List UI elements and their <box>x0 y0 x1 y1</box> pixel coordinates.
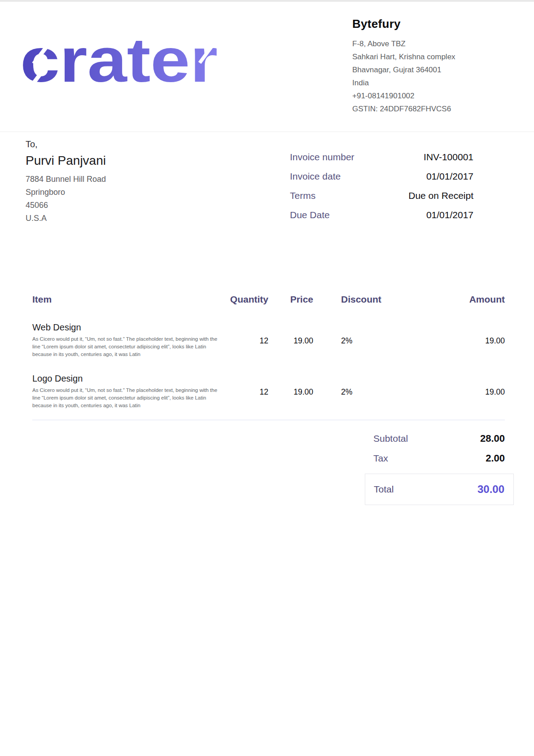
due-date-value: 01/01/2017 <box>426 210 473 220</box>
column-header-quantity: Quantity <box>229 294 268 305</box>
crater-logo-icon: crater <box>20 28 222 88</box>
customer-address: 7884 Bunnel Hill Road Springboro 45066 U… <box>26 173 106 225</box>
table-row: Logo Design As Cicero would put it, “Um,… <box>32 374 505 409</box>
customer-address-line: 45066 <box>26 199 106 212</box>
column-header-amount: Amount <box>385 294 505 305</box>
svg-text:crater: crater <box>20 28 218 88</box>
tax-value: 2.00 <box>486 453 505 464</box>
due-date-row: Due Date 01/01/2017 <box>290 205 473 224</box>
tax-label: Tax <box>373 453 388 464</box>
company-gstin: GSTIN: 24DDF7682FHVCS6 <box>352 102 523 115</box>
top-edge-strip <box>0 0 534 2</box>
table-bottom-divider <box>32 420 505 420</box>
customer-address-line: 7884 Bunnel Hill Road <box>26 173 106 186</box>
invoice-number-row: Invoice number INV-100001 <box>290 147 473 167</box>
items-table-header: Item Quantity Price Discount Amount <box>32 294 505 305</box>
company-phone: +91-08141901002 <box>352 89 523 102</box>
column-header-price: Price <box>268 294 313 305</box>
item-discount: 2% <box>313 322 385 358</box>
item-name: Logo Design <box>32 374 229 384</box>
item-discount: 2% <box>313 374 385 409</box>
company-address-line: F-8, Above TBZ <box>352 37 523 50</box>
item-cell: Logo Design As Cicero would put it, “Um,… <box>32 374 229 409</box>
subtotal-label: Subtotal <box>373 433 408 444</box>
tax-row: Tax 2.00 <box>365 448 514 468</box>
customer-address-line: U.S.A <box>26 212 106 225</box>
company-address-line: India <box>352 76 523 89</box>
total-label: Total <box>374 484 394 495</box>
bill-to-block: To, Purvi Panjvani 7884 Bunnel Hill Road… <box>26 139 106 225</box>
company-info: Bytefury F-8, Above TBZ Sahkari Hart, Kr… <box>352 17 523 115</box>
totals-block: Subtotal 28.00 Tax 2.00 Total 30.00 <box>365 429 514 505</box>
company-name: Bytefury <box>352 17 523 31</box>
invoice-document: crater Bytefury F-8, Above TBZ Sahkari H… <box>0 0 534 756</box>
total-value: 30.00 <box>477 483 504 496</box>
terms-row: Terms Due on Receipt <box>290 186 473 205</box>
item-price: 19.00 <box>268 374 313 409</box>
invoice-date-value: 01/01/2017 <box>426 171 473 182</box>
bill-to-label: To, <box>26 139 106 149</box>
due-date-label: Due Date <box>290 210 330 220</box>
invoice-date-label: Invoice date <box>290 171 341 182</box>
item-amount: 19.00 <box>385 374 505 409</box>
item-name: Web Design <box>32 322 229 333</box>
column-header-discount: Discount <box>313 294 385 305</box>
customer-address-line: Springboro <box>26 186 106 199</box>
item-description: As Cicero would put it, “Um, not so fast… <box>32 387 226 409</box>
column-header-item: Item <box>32 294 229 305</box>
terms-label: Terms <box>290 190 315 201</box>
company-address-line: Bhavnagar, Gujrat 364001 <box>352 63 523 76</box>
invoice-number-label: Invoice number <box>290 152 355 163</box>
item-quantity: 12 <box>229 374 268 409</box>
items-table: Item Quantity Price Discount Amount Web … <box>32 294 505 420</box>
invoice-meta: Invoice number INV-100001 Invoice date 0… <box>290 147 473 224</box>
invoice-number-value: INV-100001 <box>424 152 473 163</box>
table-row: Web Design As Cicero would put it, “Um, … <box>32 322 505 358</box>
item-quantity: 12 <box>229 322 268 358</box>
item-price: 19.00 <box>268 322 313 358</box>
customer-name: Purvi Panjvani <box>26 154 106 168</box>
item-amount: 19.00 <box>385 322 505 358</box>
terms-value: Due on Receipt <box>408 190 473 201</box>
company-address-line: Sahkari Hart, Krishna complex <box>352 50 523 63</box>
item-cell: Web Design As Cicero would put it, “Um, … <box>32 322 229 358</box>
total-box: Total 30.00 <box>365 474 514 505</box>
subtotal-value: 28.00 <box>480 433 505 444</box>
invoice-date-row: Invoice date 01/01/2017 <box>290 167 473 186</box>
crater-logo: crater <box>20 28 222 88</box>
item-description: As Cicero would put it, “Um, not so fast… <box>32 335 226 358</box>
header-divider <box>0 132 534 132</box>
subtotal-row: Subtotal 28.00 <box>365 429 514 448</box>
